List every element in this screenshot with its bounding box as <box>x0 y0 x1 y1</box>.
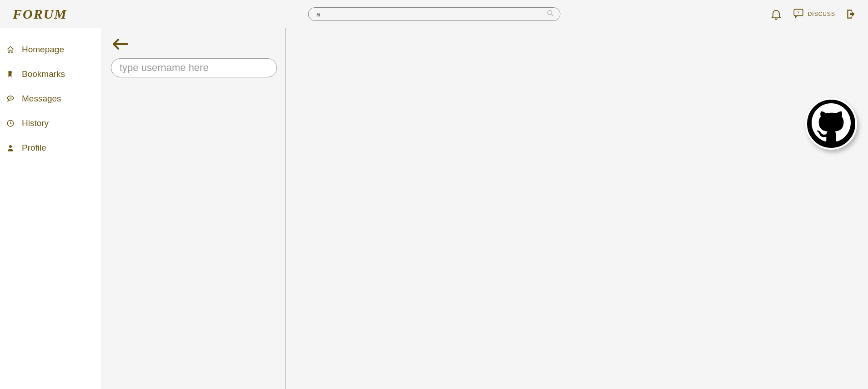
app-root: FORUM ? <box>0 0 868 389</box>
svg-text:?: ? <box>797 10 799 15</box>
main-content <box>101 28 868 389</box>
github-link[interactable] <box>805 98 857 150</box>
notifications-icon[interactable] <box>770 8 783 20</box>
sidebar-item-homepage[interactable]: Homepage <box>0 37 101 62</box>
username-search-input[interactable] <box>111 58 277 77</box>
home-icon <box>5 45 15 54</box>
logout-icon[interactable] <box>845 8 857 20</box>
svg-point-10 <box>9 145 12 148</box>
sidebar: Homepage Bookmarks Messages <box>0 28 101 389</box>
discuss-icon: ? <box>793 7 804 21</box>
messages-user-panel <box>101 28 286 389</box>
global-search <box>308 7 560 21</box>
sidebar-item-messages[interactable]: Messages <box>0 86 101 111</box>
discuss-button[interactable]: ? DISCUSS <box>793 7 835 21</box>
sidebar-item-label: Messages <box>22 94 61 104</box>
sidebar-item-label: Profile <box>22 143 46 153</box>
messages-conversation-panel <box>286 28 868 389</box>
history-icon <box>5 119 15 127</box>
sidebar-item-label: Homepage <box>22 45 64 55</box>
sidebar-item-label: Bookmarks <box>22 69 65 79</box>
sidebar-item-history[interactable]: History <box>0 111 101 136</box>
svg-point-6 <box>9 98 10 98</box>
messages-icon <box>5 95 15 103</box>
app-logo[interactable]: FORUM <box>13 6 67 22</box>
discuss-label: DISCUSS <box>808 11 835 17</box>
sidebar-item-bookmarks[interactable]: Bookmarks <box>0 62 101 86</box>
svg-point-7 <box>10 98 11 98</box>
header: FORUM ? <box>0 0 868 28</box>
search-input[interactable] <box>308 7 560 21</box>
sidebar-item-label: History <box>22 118 49 128</box>
bookmark-icon <box>5 70 15 78</box>
svg-point-8 <box>12 98 12 98</box>
svg-rect-4 <box>11 71 12 73</box>
user-icon <box>5 144 15 152</box>
header-actions: ? DISCUSS <box>770 0 857 28</box>
arrow-left-icon <box>111 44 129 51</box>
back-button[interactable] <box>111 38 129 52</box>
sidebar-item-profile[interactable]: Profile <box>0 136 101 160</box>
github-icon <box>812 103 851 144</box>
